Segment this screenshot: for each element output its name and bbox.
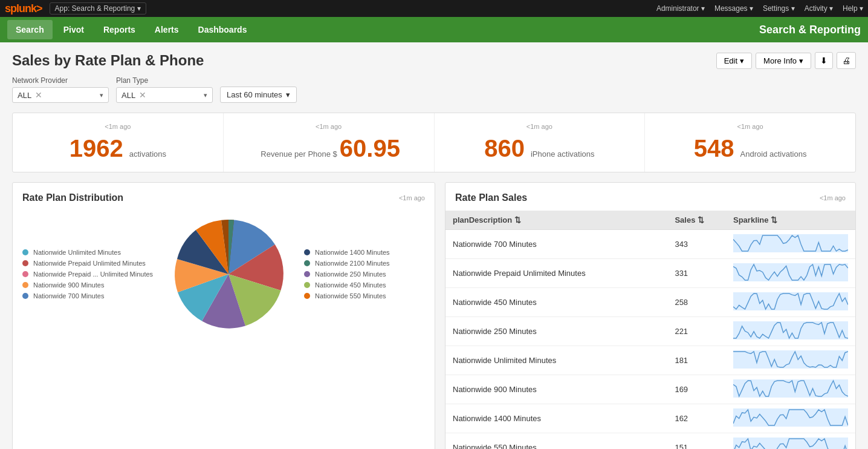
filters: Network Provider ALL ✕ ▾ Plan Type ALL ✕… xyxy=(12,76,856,103)
stat-revenue-value: 60.95 xyxy=(340,135,400,162)
table-header-row: planDescription ⇅ Sales ⇅ Sparkline ⇅ xyxy=(445,211,855,230)
stats-row: <1m ago 1962 activations <1m ago Revenue… xyxy=(12,113,856,172)
stat-activations-value: 1962 xyxy=(70,135,123,162)
table-row: Nationwide Unlimited Minutes181 xyxy=(445,346,855,375)
plan-type-clear[interactable]: ✕ xyxy=(139,90,146,100)
plan-type-label: Plan Type xyxy=(116,76,213,85)
nav-alerts[interactable]: Alerts xyxy=(146,20,187,39)
table-row: Nationwide 450 Minutes258 xyxy=(445,288,855,317)
app-title: Search & Reporting xyxy=(759,24,861,36)
green-nav: Search Pivot Reports Alerts Dashboards S… xyxy=(0,17,868,42)
top-nav: splunk> App: Search & Reporting ▾ Admini… xyxy=(0,0,868,17)
sales-cell: 258 xyxy=(667,288,726,317)
nav-search[interactable]: Search xyxy=(7,20,53,39)
sparkline-cell xyxy=(726,433,855,450)
messages-menu[interactable]: Messages ▾ xyxy=(714,4,753,13)
plan-type-select[interactable]: ALL ✕ ▾ xyxy=(116,87,213,103)
stat-android: <1m ago 548 Android activations xyxy=(645,113,855,172)
stat-iphone-label: iPhone activations xyxy=(531,149,595,159)
plan-type-filter: Plan Type ALL ✕ ▾ xyxy=(116,76,213,103)
plan-cell: Nationwide 1400 Minutes xyxy=(445,404,667,433)
stat-iphone-timestamp: <1m ago xyxy=(447,123,633,130)
main-content: Sales by Rate Plan & Phone Edit ▾ More I… xyxy=(0,42,868,449)
download-button[interactable]: ⬇ xyxy=(815,52,833,69)
nav-links: Search Pivot Reports Alerts Dashboards xyxy=(7,20,255,39)
stat-iphone: <1m ago 860 iPhone activations xyxy=(435,113,646,172)
plan-cell: Nationwide Unlimited Minutes xyxy=(445,346,667,375)
stat-iphone-value: 860 xyxy=(484,135,525,162)
table-row: Nationwide Prepaid Unlimited Minutes331 xyxy=(445,259,855,288)
table-row: Nationwide 900 Minutes169 xyxy=(445,375,855,404)
plan-cell: Nationwide 450 Minutes xyxy=(445,288,667,317)
activity-menu[interactable]: Activity ▾ xyxy=(805,4,833,13)
time-picker-arrow: ▾ xyxy=(286,90,290,99)
plan-cell: Nationwide 550 Minutes xyxy=(445,433,667,450)
svg-rect-2 xyxy=(733,292,848,310)
nav-reports[interactable]: Reports xyxy=(95,20,144,39)
pie-panel-title: Rate Plan Distribution xyxy=(22,192,123,203)
sparkline-cell xyxy=(726,230,855,259)
sparkline-cell xyxy=(726,375,855,404)
time-picker[interactable]: Last 60 minutes ▾ xyxy=(220,87,297,103)
app-name[interactable]: App: Search & Reporting ▾ xyxy=(50,2,147,15)
network-provider-arrow: ▾ xyxy=(100,91,103,99)
nav-pivot[interactable]: Pivot xyxy=(55,20,92,39)
header-actions: Edit ▾ More Info ▾ ⬇ 🖨 xyxy=(716,52,856,69)
plan-cell: Nationwide 700 Minutes xyxy=(445,230,667,259)
pie-panel-timestamp: <1m ago xyxy=(399,194,425,202)
plan-cell: Nationwide 250 Minutes xyxy=(445,317,667,346)
top-nav-right: Administrator ▾ Messages ▾ Settings ▾ Ac… xyxy=(656,4,863,13)
sales-cell: 169 xyxy=(667,375,726,404)
col-sales[interactable]: Sales ⇅ xyxy=(667,211,726,230)
legend-550: Nationwide 550 Minutes xyxy=(304,292,390,300)
pie-panel-header: Rate Plan Distribution <1m ago xyxy=(22,192,425,203)
edit-button[interactable]: Edit ▾ xyxy=(716,53,752,69)
page-header: Sales by Rate Plan & Phone Edit ▾ More I… xyxy=(12,52,856,69)
stat-android-value: 548 xyxy=(694,135,734,162)
rate-plan-table: planDescription ⇅ Sales ⇅ Sparkline ⇅ Na… xyxy=(445,211,855,449)
settings-menu[interactable]: Settings ▾ xyxy=(763,4,795,13)
table-row: Nationwide 1400 Minutes162 xyxy=(445,404,855,433)
sparkline-cell xyxy=(726,346,855,375)
left-legend: Nationwide Unlimited Minutes Nationwide … xyxy=(22,249,153,300)
more-info-dropdown-icon: ▾ xyxy=(799,56,803,65)
sales-cell: 343 xyxy=(667,230,726,259)
more-info-button[interactable]: More Info ▾ xyxy=(756,53,811,69)
sales-cell: 181 xyxy=(667,346,726,375)
stat-revenue: <1m ago Revenue per Phone $ 60.95 xyxy=(224,113,435,172)
table-panel-header: Rate Plan Sales <1m ago xyxy=(445,183,855,203)
stat-android-timestamp: <1m ago xyxy=(657,123,843,130)
splunk-logo: splunk> xyxy=(5,2,42,15)
table-row: Nationwide 700 Minutes343 xyxy=(445,230,855,259)
stat-activations-label: activations xyxy=(129,149,166,159)
sales-cell: 221 xyxy=(667,317,726,346)
col-sparkline[interactable]: Sparkline ⇅ xyxy=(726,211,855,230)
legend-2100: Nationwide 2100 Minutes xyxy=(304,260,390,267)
table-panel: Rate Plan Sales <1m ago planDescription … xyxy=(445,182,856,449)
pie-chart xyxy=(165,211,292,338)
legend-prepaid-partial: Nationwide Prepaid ... Unlimited Minutes xyxy=(22,270,153,278)
right-legend: Nationwide 1400 Minutes Nationwide 2100 … xyxy=(304,249,390,300)
sparkline-cell xyxy=(726,259,855,288)
network-provider-clear[interactable]: ✕ xyxy=(35,90,42,100)
administrator-menu[interactable]: Administrator ▾ xyxy=(656,4,705,13)
sparkline-cell xyxy=(726,317,855,346)
legend-unlimited: Nationwide Unlimited Minutes xyxy=(22,249,153,256)
print-button[interactable]: 🖨 xyxy=(837,52,856,69)
legend-900: Nationwide 900 Minutes xyxy=(22,281,153,289)
legend-700: Nationwide 700 Minutes xyxy=(22,292,153,300)
network-provider-filter: Network Provider ALL ✕ ▾ xyxy=(12,76,109,103)
stat-android-label: Android activations xyxy=(740,149,807,159)
plan-cell: Nationwide 900 Minutes xyxy=(445,375,667,404)
help-menu[interactable]: Help ▾ xyxy=(843,4,863,13)
col-plan-description[interactable]: planDescription ⇅ xyxy=(445,211,667,230)
legend-250: Nationwide 250 Minutes xyxy=(304,270,390,278)
table-row: Nationwide 250 Minutes221 xyxy=(445,317,855,346)
pie-panel: Rate Plan Distribution <1m ago Nationwid… xyxy=(12,182,435,449)
nav-dashboards[interactable]: Dashboards xyxy=(190,20,256,39)
pie-container: Nationwide Unlimited Minutes Nationwide … xyxy=(22,211,425,338)
network-provider-select[interactable]: ALL ✕ ▾ xyxy=(12,87,109,103)
page-title: Sales by Rate Plan & Phone xyxy=(12,52,204,69)
stat-activations-timestamp: <1m ago xyxy=(25,123,211,130)
sales-cell: 151 xyxy=(667,433,726,450)
